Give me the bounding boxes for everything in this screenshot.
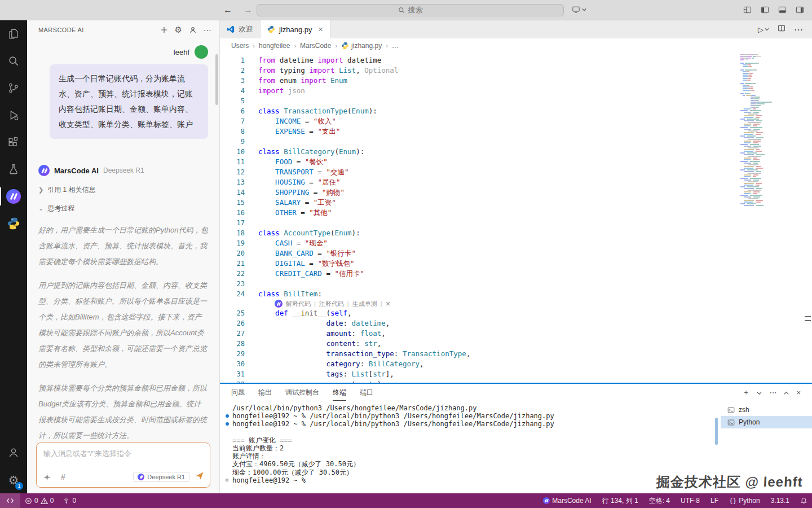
inline-action[interactable]: 解释代码 <box>286 300 311 308</box>
run-debug-icon[interactable] <box>0 102 27 129</box>
breadcrumb[interactable]: Users›hongfeilee›MarsCode›jizhang.py›… <box>220 38 812 53</box>
breadcrumb-separator: › <box>253 42 255 49</box>
references-toggle[interactable]: ❯ 引用 1 相关信息 <box>38 185 208 195</box>
terminal-line: hongfeilee@192 ~ % /usr/local/bin/python… <box>224 412 721 420</box>
sidebar-title: MARSCODE AI <box>38 27 160 33</box>
inline-action[interactable]: 生成单测 <box>352 300 377 308</box>
close-tab-icon[interactable]: × <box>319 25 323 34</box>
more-actions-icon[interactable]: ⋯ <box>204 25 211 34</box>
remote-indicator[interactable] <box>0 493 20 508</box>
code-line: 18class AccountType(Enum): <box>220 228 738 238</box>
terminal-line: 账户详情： <box>224 452 721 460</box>
panel-tab[interactable]: 调试控制台 <box>285 384 319 401</box>
close-icon[interactable]: ✕ <box>386 300 391 308</box>
command-decoration[interactable] <box>226 479 228 481</box>
terminal-output[interactable]: /usr/local/bin/python3 /Users/hongfeilee… <box>220 401 721 493</box>
indentation-status[interactable]: 空格: 4 <box>645 493 674 508</box>
code-lines: 1from datetime import datetime2from typi… <box>220 55 738 383</box>
thinking-paragraph: 好的，用户需要生成一个日常记账的Python代码，包含账单流水、资产、预算、统计… <box>38 222 208 270</box>
terminal-scrollbar[interactable] <box>715 418 718 445</box>
scrollbar-handle[interactable] <box>805 316 811 321</box>
user-name: leehf <box>174 48 189 56</box>
settings-gear-icon[interactable]: ⚙1 <box>0 466 27 493</box>
chevron-down-icon: ⌄ <box>38 205 43 212</box>
command-decoration[interactable] <box>226 422 229 426</box>
maximize-panel-icon[interactable] <box>784 388 789 397</box>
code-line: 30 category: BillCategory, <box>220 359 738 369</box>
editor-group: 欢迎jizhang.py× ▷ ⋯ Users›hongfeilee›MarsC… <box>220 20 812 493</box>
language-mode[interactable]: {}Python <box>725 493 765 508</box>
thinking-toggle[interactable]: ⌄ 思考过程 <box>38 204 208 213</box>
panel-tab[interactable]: 问题 <box>231 384 245 401</box>
breadcrumb-item[interactable]: MarsCode <box>300 42 331 50</box>
new-terminal-icon[interactable]: ＋ <box>742 387 749 397</box>
panel-tab[interactable]: 输出 <box>258 384 272 401</box>
send-icon[interactable] <box>195 471 204 483</box>
breadcrumb-separator: › <box>386 42 388 49</box>
panel-more-icon[interactable]: ⋯ <box>769 388 776 397</box>
source-control-icon[interactable] <box>0 75 27 102</box>
marscode-logo <box>275 300 283 308</box>
marscode-ai-icon[interactable] <box>0 183 27 210</box>
breadcrumb-item[interactable]: Users <box>231 42 249 50</box>
close-panel-icon[interactable]: × <box>796 388 801 397</box>
eol-status[interactable]: LF <box>706 493 723 508</box>
breadcrumb-item[interactable]: hongfeilee <box>259 42 290 50</box>
marscode-inline-actions[interactable]: 解释代码|注释代码|生成单测|✕ <box>275 299 738 308</box>
back-button[interactable]: ← <box>223 5 232 15</box>
search-icon[interactable] <box>0 47 27 75</box>
settings-icon[interactable]: ⚙ <box>175 25 182 35</box>
profile-icon[interactable] <box>189 26 197 34</box>
inline-action[interactable]: 注释代码 <box>319 300 344 308</box>
editor-tab[interactable]: 欢迎 <box>220 20 261 38</box>
marscode-status[interactable]: MarsCode AI <box>539 493 595 508</box>
toggle-secondary-sidebar-icon[interactable] <box>796 6 804 14</box>
cursor-position[interactable]: 行 134, 列 1 <box>598 493 643 508</box>
extensions-icon[interactable] <box>0 129 27 156</box>
python-interpreter[interactable]: 3.13.1 <box>766 493 794 508</box>
run-python-button[interactable]: ▷ <box>758 25 769 34</box>
customize-layout-icon[interactable] <box>743 6 752 14</box>
account-icon[interactable] <box>0 439 27 466</box>
explorer-icon[interactable] <box>0 20 27 47</box>
breadcrumb-item[interactable]: jizhang.py <box>341 42 382 50</box>
editor-code[interactable]: 1from datetime import datetime2from typi… <box>220 53 812 383</box>
forward-button[interactable]: → <box>244 5 253 15</box>
chat-input[interactable]: 输入消息或者"/"来选择指令 # Deepseek R1 <box>36 443 210 488</box>
thinking-paragraph: 预算模块需要每个分类的预算金额和已用金额，所以Budget类应该有分类、预算金额… <box>38 380 208 439</box>
toggle-panel-icon[interactable] <box>778 6 787 14</box>
editor-tab[interactable]: jizhang.py× <box>261 20 330 38</box>
model-label: Deepseek R1 <box>103 167 144 174</box>
context-hash-icon[interactable]: # <box>61 472 65 481</box>
more-actions-icon[interactable]: ⋯ <box>794 24 803 35</box>
code-line: 10class BillCategory(Enum): <box>220 147 738 157</box>
code-line: 32 account: str): <box>220 379 738 383</box>
code-line: 7 INCOME = "收入" <box>220 116 738 126</box>
remote-window-menu[interactable] <box>572 6 586 14</box>
user-avatar[interactable] <box>195 45 208 59</box>
ports-status[interactable]: 0 <box>58 493 81 508</box>
new-chat-icon[interactable] <box>160 26 168 34</box>
terminal-list-item[interactable]: zsh <box>721 404 812 416</box>
terminal-list-item[interactable]: Python <box>721 416 812 428</box>
terminal-line: hongfeilee@192 ~ % <box>224 476 721 484</box>
problems-status[interactable]: 0 0 <box>20 493 58 508</box>
code-line: 4import json <box>220 86 738 96</box>
split-editor-icon[interactable] <box>778 24 785 34</box>
command-decoration[interactable] <box>226 414 229 418</box>
python-extension-icon[interactable] <box>0 210 27 237</box>
minimap[interactable] <box>740 54 804 383</box>
panel-tab-bar: 问题输出调试控制台终端端口 ＋ ⋯ × <box>220 384 812 401</box>
toggle-sidebar-icon[interactable] <box>761 6 769 14</box>
model-selector[interactable]: Deepseek R1 <box>133 472 189 482</box>
breadcrumb-item[interactable]: … <box>392 42 399 50</box>
notifications-bell[interactable] <box>796 493 812 508</box>
panel-tab[interactable]: 端口 <box>360 384 373 401</box>
code-line: 31 tags: List[str], <box>220 369 738 379</box>
command-center-search[interactable]: 搜索 <box>257 4 564 16</box>
panel-tab[interactable]: 终端 <box>333 384 346 401</box>
testing-icon[interactable] <box>0 156 27 183</box>
encoding-status[interactable]: UTF-8 <box>676 493 704 508</box>
terminal-dropdown-icon[interactable] <box>757 388 762 397</box>
skills-icon[interactable] <box>43 474 51 481</box>
